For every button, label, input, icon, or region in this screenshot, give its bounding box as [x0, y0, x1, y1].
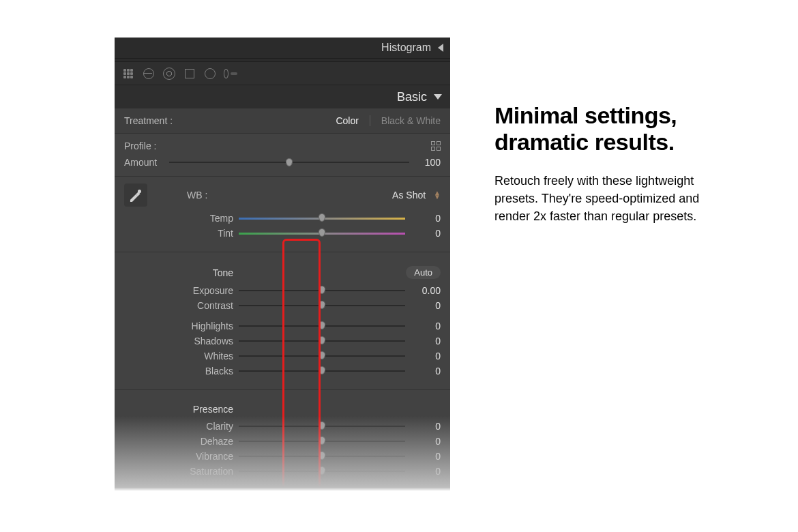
- dehaze-label: Dehaze: [179, 436, 233, 447]
- separator: [370, 115, 370, 126]
- slider-thumb-icon[interactable]: [319, 321, 325, 329]
- vibrance-slider[interactable]: [239, 456, 405, 457]
- separator: [115, 252, 450, 252]
- highlights-slider-row: Highlights 0: [179, 319, 441, 334]
- vibrance-slider-row: Vibrance 0: [179, 449, 441, 464]
- white-balance-row: WB : As Shot ▲▼: [115, 177, 450, 211]
- temp-slider[interactable]: [239, 218, 405, 220]
- temp-value[interactable]: 0: [411, 213, 441, 224]
- saturation-label: Saturation: [179, 466, 233, 477]
- collapse-down-icon: [434, 94, 442, 100]
- slider-thumb-icon[interactable]: [286, 158, 293, 166]
- tone-label: Tone: [179, 267, 233, 278]
- treatment-bw[interactable]: Black & White: [381, 115, 441, 126]
- treatment-color[interactable]: Color: [336, 115, 358, 126]
- blacks-slider[interactable]: [239, 370, 405, 372]
- slider-thumb-icon[interactable]: [319, 301, 325, 309]
- profile-label: Profile :: [124, 141, 156, 151]
- contrast-slider[interactable]: [239, 305, 405, 306]
- tone-header: Tone Auto: [115, 256, 450, 283]
- temp-slider-row: Temp 0: [179, 211, 441, 226]
- contrast-label: Contrast: [179, 300, 233, 311]
- shadows-slider-row: Shadows 0: [179, 334, 441, 349]
- whites-label: Whites: [179, 351, 233, 361]
- exposure-slider-row: Exposure 0.00: [179, 283, 441, 298]
- saturation-slider[interactable]: [239, 471, 405, 472]
- slider-thumb-icon[interactable]: [319, 422, 325, 430]
- tint-slider-row: Tint 0: [179, 226, 441, 241]
- slider-thumb-icon[interactable]: [319, 336, 325, 344]
- crop-tool-icon[interactable]: [121, 67, 135, 80]
- redeye-tool-icon[interactable]: [162, 67, 176, 80]
- tint-slider[interactable]: [239, 233, 405, 235]
- shadows-value[interactable]: 0: [411, 336, 441, 346]
- exposure-label: Exposure: [179, 285, 233, 296]
- wb-value[interactable]: As Shot: [392, 190, 426, 201]
- contrast-slider-row: Contrast 0: [179, 298, 441, 313]
- profile-browser-icon[interactable]: [431, 141, 441, 151]
- temp-label: Temp: [179, 213, 233, 224]
- profile-block: Profile : Amount 100: [115, 134, 450, 177]
- slider-thumb-icon[interactable]: [319, 351, 325, 359]
- clarity-slider[interactable]: [239, 426, 405, 427]
- headline: Minimal settings, dramatic results.: [494, 102, 740, 156]
- slider-thumb-icon[interactable]: [319, 213, 325, 222]
- develop-toolbar: [115, 62, 450, 85]
- whites-value[interactable]: 0: [411, 351, 441, 361]
- dropdown-arrows-icon[interactable]: ▲▼: [434, 191, 441, 199]
- blacks-slider-row: Blacks 0: [179, 364, 441, 379]
- profile-amount-row: Amount 100: [124, 157, 441, 168]
- saturation-value[interactable]: 0: [411, 466, 441, 477]
- graduated-filter-icon[interactable]: [183, 67, 196, 80]
- clarity-label: Clarity: [179, 421, 233, 432]
- slider-thumb-icon[interactable]: [319, 437, 325, 445]
- radial-filter-icon[interactable]: [203, 67, 217, 80]
- amount-value[interactable]: 100: [413, 157, 441, 168]
- svg-point-0: [138, 190, 141, 193]
- auto-button[interactable]: Auto: [406, 266, 441, 279]
- highlights-label: Highlights: [179, 321, 233, 331]
- clarity-value[interactable]: 0: [411, 421, 441, 432]
- wb-sliders: Temp 0 Tint 0: [115, 211, 450, 248]
- dehaze-value[interactable]: 0: [411, 436, 441, 447]
- tint-label: Tint: [179, 228, 233, 239]
- slider-thumb-icon[interactable]: [319, 286, 325, 294]
- blacks-value[interactable]: 0: [411, 366, 441, 376]
- wb-eyedropper-icon[interactable]: [124, 183, 147, 207]
- whites-slider-row: Whites 0: [179, 349, 441, 364]
- wb-label: WB :: [154, 190, 385, 201]
- slider-thumb-icon[interactable]: [319, 452, 325, 460]
- basic-panel-header[interactable]: Basic: [115, 85, 450, 108]
- tint-value[interactable]: 0: [411, 228, 441, 239]
- histogram-panel-header[interactable]: Histogram: [115, 38, 450, 58]
- exposure-value[interactable]: 0.00: [411, 285, 441, 296]
- clarity-slider-row: Clarity 0: [179, 419, 441, 434]
- dehaze-slider[interactable]: [239, 441, 405, 442]
- highlights-slider[interactable]: [239, 325, 405, 327]
- blacks-label: Blacks: [179, 366, 233, 376]
- amount-label: Amount: [124, 157, 165, 168]
- vibrance-label: Vibrance: [179, 451, 233, 462]
- exposure-slider[interactable]: [239, 290, 405, 291]
- tone-sliders: Exposure 0.00 Contrast 0 Highlights 0 Sh…: [115, 283, 450, 385]
- brush-tool-icon[interactable]: [224, 67, 237, 80]
- collapse-left-icon: [438, 44, 443, 52]
- slider-thumb-icon[interactable]: [319, 228, 325, 237]
- basic-label: Basic: [397, 90, 427, 104]
- vibrance-value[interactable]: 0: [411, 451, 441, 462]
- slider-thumb-icon[interactable]: [319, 467, 325, 475]
- highlights-value[interactable]: 0: [411, 321, 441, 331]
- presence-header: Presence: [115, 394, 450, 419]
- marketing-copy: Minimal settings, dramatic results. Reto…: [494, 102, 740, 225]
- dehaze-slider-row: Dehaze 0: [179, 434, 441, 449]
- histogram-label: Histogram: [381, 42, 431, 54]
- contrast-value[interactable]: 0: [411, 300, 441, 311]
- body-text: Retouch freely with these lightweight pr…: [494, 172, 706, 225]
- treatment-row: Treatment : Color Black & White: [115, 108, 450, 134]
- whites-slider[interactable]: [239, 355, 405, 357]
- slider-thumb-icon[interactable]: [319, 366, 325, 374]
- saturation-slider-row: Saturation 0: [179, 464, 441, 479]
- spot-removal-icon[interactable]: [142, 67, 156, 80]
- shadows-slider[interactable]: [239, 340, 405, 342]
- amount-slider[interactable]: [169, 162, 409, 163]
